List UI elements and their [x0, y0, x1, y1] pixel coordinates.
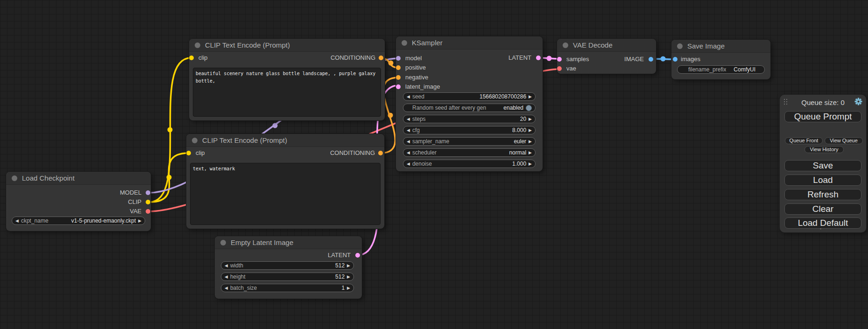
- input-slot-vae[interactable]: [557, 66, 562, 71]
- negative-prompt-textarea[interactable]: text, watermark: [190, 163, 381, 225]
- increment-arrow-icon[interactable]: ▶: [529, 115, 532, 123]
- collapse-dot-icon[interactable]: [12, 175, 17, 181]
- sampler-name-widget[interactable]: ◀ sampler_name euler ▶: [403, 137, 536, 146]
- decrement-arrow-icon[interactable]: ◀: [407, 137, 410, 146]
- decrement-arrow-icon[interactable]: ◀: [407, 126, 410, 134]
- input-label-positive: positive: [405, 64, 426, 71]
- random-seed-toggle-widget[interactable]: Random seed after every gen enabled: [403, 104, 536, 112]
- queue-front-button[interactable]: Queue Front: [785, 137, 823, 144]
- ckpt-name-widget[interactable]: ◀ ckpt_name v1-5-pruned-emaonly.ckpt ▶: [12, 217, 145, 225]
- output-slot-conditioning[interactable]: [378, 151, 383, 155]
- node-vae-decode[interactable]: VAE Decode samples vae IMAGE: [557, 39, 656, 74]
- cfg-widget[interactable]: ◀ cfg 8.000 ▶: [403, 126, 536, 134]
- collapse-dot-icon[interactable]: [220, 240, 226, 245]
- widget-value: euler: [514, 138, 526, 145]
- node-title-bar[interactable]: KSampler: [396, 36, 543, 49]
- positive-prompt-textarea[interactable]: beautiful scenery nature glass bottle la…: [193, 68, 381, 117]
- collapse-dot-icon[interactable]: [563, 42, 568, 48]
- output-label-clip: CLIP: [128, 198, 141, 205]
- input-slot-samples[interactable]: [557, 57, 562, 62]
- collapse-dot-icon[interactable]: [195, 42, 200, 48]
- input-label-samples: samples: [566, 56, 589, 63]
- decrement-arrow-icon[interactable]: ◀: [15, 217, 19, 225]
- load-button[interactable]: Load: [784, 175, 861, 186]
- output-label-model: MODEL: [120, 189, 141, 196]
- decrement-arrow-icon[interactable]: ◀: [407, 160, 410, 168]
- input-slot-latent-image[interactable]: [396, 84, 401, 89]
- widget-label: steps: [412, 116, 426, 122]
- node-clip-text-encode-positive[interactable]: CLIP Text Encode (Prompt) clip CONDITION…: [189, 39, 385, 120]
- increment-arrow-icon[interactable]: ▶: [529, 126, 532, 134]
- collapse-dot-icon[interactable]: [402, 40, 407, 46]
- load-default-button[interactable]: Load Default: [784, 217, 861, 229]
- increment-arrow-icon[interactable]: ▶: [529, 160, 532, 168]
- node-title-bar[interactable]: Load Checkpoint: [6, 172, 151, 185]
- increment-arrow-icon[interactable]: ▶: [529, 137, 532, 146]
- node-title-bar[interactable]: Empty Latent Image: [215, 236, 362, 249]
- scheduler-widget[interactable]: ◀ scheduler normal ▶: [403, 148, 536, 157]
- refresh-button[interactable]: Refresh: [784, 189, 861, 200]
- decrement-arrow-icon[interactable]: ◀: [225, 273, 228, 281]
- decrement-arrow-icon[interactable]: ◀: [407, 92, 410, 101]
- input-slot-model[interactable]: [396, 56, 401, 61]
- toggle-dot-icon[interactable]: [526, 105, 532, 111]
- output-label-vae: VAE: [130, 208, 141, 215]
- node-title-bar[interactable]: CLIP Text Encode (Prompt): [189, 39, 385, 52]
- collapse-dot-icon[interactable]: [677, 43, 683, 49]
- increment-arrow-icon[interactable]: ▶: [347, 273, 350, 281]
- save-button[interactable]: Save: [784, 160, 861, 171]
- widget-value: 512: [335, 262, 345, 269]
- clear-button[interactable]: Clear: [784, 203, 861, 215]
- view-history-button[interactable]: View History: [804, 146, 844, 153]
- input-label-vae: vae: [566, 65, 576, 72]
- output-slot-image[interactable]: [649, 57, 653, 62]
- view-queue-button[interactable]: View Queue: [825, 137, 863, 144]
- decrement-arrow-icon[interactable]: ◀: [407, 115, 410, 123]
- widget-label: Random seed after every gen: [412, 105, 486, 111]
- increment-arrow-icon[interactable]: ▶: [529, 92, 532, 101]
- seed-widget[interactable]: ◀ seed 156680208700286 ▶: [403, 92, 536, 101]
- decrement-arrow-icon[interactable]: ◀: [225, 261, 228, 270]
- output-slot-clip[interactable]: [146, 200, 150, 204]
- settings-gear-icon[interactable]: [854, 98, 862, 105]
- increment-arrow-icon[interactable]: ▶: [529, 148, 532, 157]
- input-slot-images[interactable]: [673, 57, 677, 62]
- collapse-dot-icon[interactable]: [192, 138, 198, 143]
- decrement-arrow-icon[interactable]: ◀: [407, 148, 410, 157]
- filename-prefix-widget[interactable]: filename_prefix ComfyUI: [677, 65, 765, 74]
- widget-value: 512: [335, 273, 345, 280]
- denoise-widget[interactable]: ◀ denoise 1.000 ▶: [403, 160, 536, 168]
- queue-prompt-button[interactable]: Queue Prompt: [784, 111, 861, 122]
- increment-arrow-icon[interactable]: ▶: [138, 217, 141, 225]
- node-empty-latent-image[interactable]: Empty Latent Image LATENT ◀ width 512 ▶ …: [215, 236, 362, 299]
- output-label-conditioning: CONDITIONING: [330, 149, 375, 156]
- node-title-bar[interactable]: Save Image: [671, 40, 770, 53]
- increment-arrow-icon[interactable]: ▶: [347, 261, 350, 270]
- output-slot-conditioning[interactable]: [379, 56, 383, 60]
- width-widget[interactable]: ◀ width 512 ▶: [221, 261, 354, 270]
- increment-arrow-icon[interactable]: ▶: [347, 284, 350, 292]
- decrement-arrow-icon[interactable]: ◀: [225, 284, 228, 292]
- node-clip-text-encode-negative[interactable]: CLIP Text Encode (Prompt) clip CONDITION…: [186, 134, 384, 229]
- input-slot-negative[interactable]: [396, 75, 401, 80]
- graph-canvas[interactable]: Load Checkpoint MODEL CLIP VAE ◀ ckpt_na…: [0, 0, 868, 329]
- node-title-bar[interactable]: VAE Decode: [557, 39, 656, 52]
- output-slot-model[interactable]: [146, 190, 150, 195]
- output-slot-latent[interactable]: [355, 253, 360, 258]
- node-save-image[interactable]: Save Image images filename_prefix ComfyU…: [671, 40, 770, 79]
- height-widget[interactable]: ◀ height 512 ▶: [221, 273, 354, 281]
- node-title-bar[interactable]: CLIP Text Encode (Prompt): [186, 134, 384, 147]
- steps-widget[interactable]: ◀ steps 20 ▶: [403, 115, 536, 123]
- widget-label: cfg: [412, 127, 420, 133]
- batch-size-widget[interactable]: ◀ batch_size 1 ▶: [221, 284, 354, 292]
- output-label-conditioning: CONDITIONING: [331, 54, 375, 61]
- input-slot-clip[interactable]: [189, 56, 194, 60]
- node-title: Empty Latent Image: [231, 238, 293, 246]
- node-ksampler[interactable]: KSampler model positive negative latent_…: [396, 36, 543, 171]
- output-slot-latent[interactable]: [536, 56, 541, 60]
- input-slot-positive[interactable]: [396, 65, 401, 70]
- output-slot-vae[interactable]: [146, 209, 150, 214]
- input-slot-clip[interactable]: [186, 151, 191, 155]
- widget-label: ckpt_name: [21, 217, 49, 224]
- node-load-checkpoint[interactable]: Load Checkpoint MODEL CLIP VAE ◀ ckpt_na…: [6, 172, 151, 231]
